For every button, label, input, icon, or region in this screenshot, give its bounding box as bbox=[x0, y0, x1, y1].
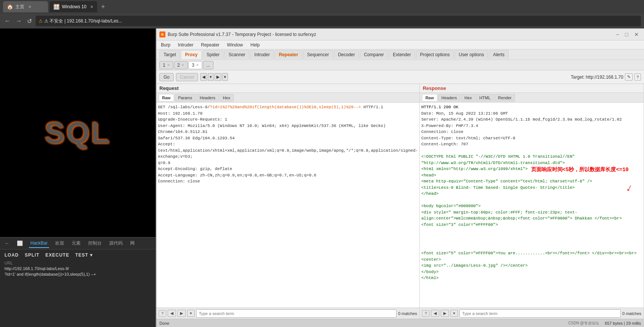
req-line-9: Accept-Encoding: gzip, deflate bbox=[158, 166, 418, 172]
resp-head-close: </head> bbox=[421, 191, 642, 197]
burp-tab-intruder[interactable]: Intruder bbox=[250, 50, 274, 59]
new-tab-button[interactable]: + bbox=[99, 3, 107, 11]
sql-logo-text: SQL bbox=[45, 116, 111, 150]
forward-button[interactable]: → bbox=[14, 16, 23, 26]
response-tab-hex[interactable]: Hex bbox=[461, 94, 475, 102]
burp-tab-repeater[interactable]: Repeater bbox=[275, 50, 302, 59]
devtools-tab-hackbar[interactable]: HackBar bbox=[29, 239, 49, 248]
resp-line-4: X-Powered-By: PHP/7.3.4 bbox=[421, 123, 642, 129]
hackbar-execute-btn[interactable]: EXECUTE bbox=[45, 252, 69, 258]
browser-tab-home-close[interactable]: ✕ bbox=[28, 4, 32, 9]
request-search-help[interactable]: ? bbox=[159, 310, 166, 317]
repeater-tab-1[interactable]: 1 ✕ bbox=[159, 61, 173, 69]
burp-tab-alerts[interactable]: Alerts bbox=[489, 50, 509, 59]
repeater-tab-more[interactable]: ... bbox=[203, 61, 213, 69]
repeater-tab-3-close[interactable]: ✕ bbox=[196, 63, 199, 67]
response-sub-tabs: Raw Headers Hex HTML Render bbox=[420, 93, 644, 103]
menu-item-intruder[interactable]: Intruder bbox=[176, 42, 195, 48]
burp-tab-spider[interactable]: Spider bbox=[203, 50, 224, 59]
repeater-tab-2[interactable]: 2 ✕ bbox=[174, 61, 188, 69]
burp-tab-scanner[interactable]: Scanner bbox=[224, 50, 249, 59]
burp-tab-target[interactable]: Target bbox=[159, 50, 180, 59]
burp-tab-extender[interactable]: Extender bbox=[389, 50, 415, 59]
response-search-options[interactable]: ▾ bbox=[450, 310, 458, 317]
devtools-tab-welcome[interactable]: 欢迎 bbox=[54, 239, 66, 248]
devtools-back-btn[interactable]: ← bbox=[3, 239, 11, 248]
req-line-3: Upgrade-Insecure-Requests: 1 bbox=[158, 116, 418, 123]
repeater-tab-2-close[interactable]: ✕ bbox=[181, 63, 184, 67]
menu-item-help[interactable]: Help bbox=[249, 42, 261, 48]
hackbar-test-btn[interactable]: TEST ▾ bbox=[75, 252, 93, 258]
request-tab-hex[interactable]: Hex bbox=[219, 94, 234, 102]
response-tab-raw[interactable]: Raw bbox=[422, 94, 437, 102]
devtools-tab-source[interactable]: 源代码 bbox=[108, 239, 124, 248]
target-help-btn[interactable]: ? bbox=[634, 73, 641, 81]
refresh-button[interactable]: ↺ bbox=[26, 16, 33, 26]
request-tab-params[interactable]: Params bbox=[175, 94, 196, 102]
request-panel: Request Raw Params Headers Hex GET /sql-… bbox=[156, 84, 420, 319]
menu-item-repeater[interactable]: Repeater bbox=[200, 42, 221, 48]
menu-item-window[interactable]: Window bbox=[225, 42, 245, 48]
go-button[interactable]: Go bbox=[159, 73, 174, 81]
devtools-tabs: ← ⬜ HackBar 欢迎 元素 控制台 源代码 bbox=[0, 237, 156, 249]
request-search-options[interactable]: ▾ bbox=[187, 310, 195, 317]
resp-div: <div style=" margin-top:60px; color:#FFF… bbox=[421, 209, 642, 222]
browser-tab-home-label: 主页 bbox=[15, 4, 24, 10]
devtools-tab-network[interactable]: 网 bbox=[129, 239, 136, 248]
response-search-input[interactable] bbox=[459, 309, 621, 318]
request-tab-headers[interactable]: Headers bbox=[197, 94, 219, 102]
nav-arrows: ◀ ▾ ▶ ▾ bbox=[200, 73, 228, 81]
hackbar-split-btn[interactable]: SPLIT bbox=[25, 252, 39, 258]
devtools-tab-network-label: 网 bbox=[130, 240, 135, 246]
status-stats: 657 bytes | 29 millis bbox=[605, 321, 641, 326]
response-tab-render[interactable]: Render bbox=[495, 94, 515, 102]
back-button[interactable]: ← bbox=[3, 16, 12, 26]
hackbar-load-btn[interactable]: LOAD bbox=[5, 252, 19, 258]
arrow-left-dropdown[interactable]: ▾ bbox=[208, 73, 214, 81]
request-text: GET /sql-labs/Less-9/?id=1%27%20and%20if… bbox=[158, 104, 418, 185]
browser-tab-win10-close[interactable]: ✕ bbox=[90, 4, 93, 9]
home-icon: 🏠 bbox=[7, 4, 13, 10]
request-tab-raw[interactable]: Raw bbox=[159, 94, 174, 102]
close-window-button[interactable]: ✕ bbox=[632, 31, 641, 38]
response-tab-headers[interactable]: Headers bbox=[438, 94, 461, 102]
address-bar[interactable]: ⚠ ⚠ 不安全 | 192.168.1.70/sql-labs/Les... bbox=[36, 16, 641, 26]
cancel-button[interactable]: Cancel bbox=[176, 73, 198, 81]
arrow-left-btn[interactable]: ◀ bbox=[200, 73, 207, 81]
target-label-text: Target: http://192.168.1.70 bbox=[571, 75, 623, 80]
repeater-tab-1-close[interactable]: ✕ bbox=[167, 63, 170, 67]
response-tab-html[interactable]: HTML bbox=[476, 94, 494, 102]
resp-line-5: Connection: close bbox=[421, 129, 642, 135]
arrow-right-btn[interactable]: ▶ bbox=[215, 73, 221, 81]
maximize-button[interactable]: □ bbox=[623, 31, 630, 38]
burp-tab-decoder[interactable]: Decoder bbox=[334, 50, 359, 59]
browser-tab-home[interactable]: 🏠 主页 ✕ bbox=[3, 1, 48, 12]
devtools-inspect-btn[interactable]: ⬜ bbox=[15, 239, 24, 248]
burp-tab-comparer[interactable]: Comparer bbox=[360, 50, 388, 59]
resp-line-1: HTTP/1.1 200 OK bbox=[421, 104, 642, 110]
burp-tab-project-options[interactable]: Project options bbox=[416, 50, 454, 59]
burp-menu: Burp Intruder Repeater Window Help bbox=[156, 40, 644, 49]
response-search-help[interactable]: ? bbox=[422, 310, 429, 317]
devtools-tab-console[interactable]: 控制台 bbox=[87, 239, 103, 248]
request-search-next[interactable]: ▶ bbox=[177, 310, 186, 317]
browser-tab-win10[interactable]: 🪟 Windows 10 ✕ bbox=[50, 1, 97, 12]
minimize-button[interactable]: − bbox=[614, 31, 621, 38]
menu-item-burp[interactable]: Burp bbox=[159, 42, 172, 48]
devtools-tab-elements[interactable]: 元素 bbox=[70, 239, 82, 248]
target-edit-btn[interactable]: ✎ bbox=[625, 73, 633, 81]
repeater-tab-3[interactable]: 3 ✕ bbox=[188, 61, 202, 69]
burp-tab-user-options[interactable]: User options bbox=[455, 50, 488, 59]
req-line-2: Host: 192.168.1.70 bbox=[158, 110, 418, 117]
request-search-input[interactable] bbox=[196, 309, 396, 318]
repeater-number-tabs: 1 ✕ 2 ✕ 3 ✕ ... bbox=[156, 60, 644, 70]
request-search-prev[interactable]: ◀ bbox=[168, 310, 176, 317]
response-search-next[interactable]: ▶ bbox=[441, 310, 449, 317]
response-search-prev[interactable]: ◀ bbox=[431, 310, 439, 317]
request-content: GET /sql-labs/Less-9/?id=1%27%20and%20if… bbox=[156, 103, 419, 308]
burp-tab-proxy[interactable]: Proxy bbox=[181, 50, 201, 59]
burp-tab-sequencer[interactable]: Sequencer bbox=[303, 50, 333, 59]
response-content: HTTP/1.1 200 OK Date: Mon, 15 Aug 2022 1… bbox=[420, 103, 644, 308]
req-line-7: text/html,application/xhtml+xml,applicat… bbox=[158, 148, 418, 160]
arrow-right-dropdown[interactable]: ▾ bbox=[222, 73, 228, 81]
